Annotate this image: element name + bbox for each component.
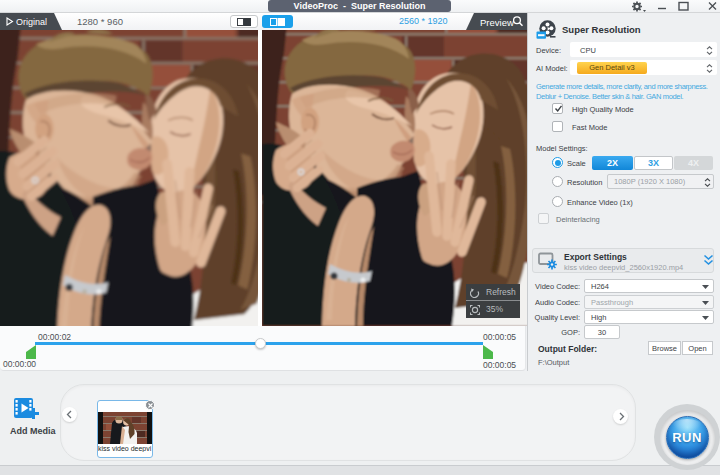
svg-text:Original: Original: [16, 17, 47, 27]
svg-text:Preview: Preview: [480, 17, 514, 28]
